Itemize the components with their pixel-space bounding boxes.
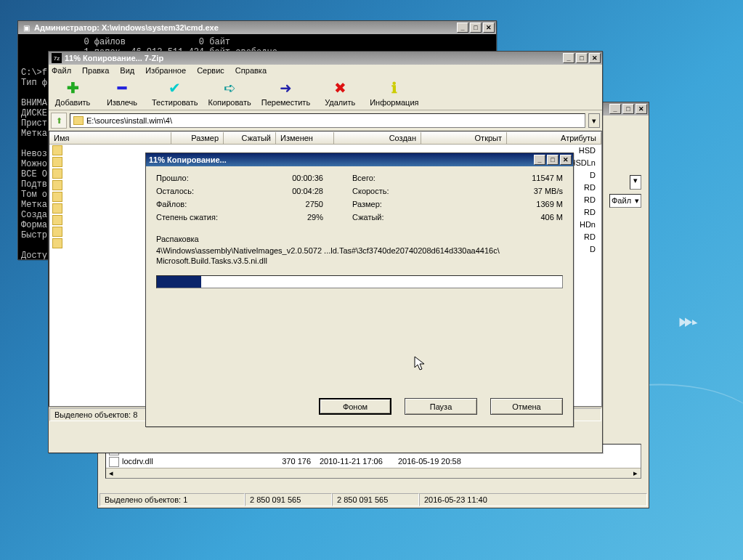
speed-value: 37 MB/s — [425, 187, 563, 195]
file-date2: 2016-05-19 20:58 — [398, 457, 485, 467]
extract-button[interactable]: ━Извлечь — [102, 79, 142, 107]
file-dropdown-label: Файл — [612, 196, 631, 206]
folder-icon — [52, 238, 62, 248]
menu-bar: Файл Правка Вид Избранное Сервис Справка — [49, 65, 602, 76]
extract-path-1: 4\Windows\assembly\NativeImages_v2.0.507… — [156, 246, 563, 255]
dropdown-arrow-icon[interactable]: ▾ — [630, 175, 641, 190]
7zip-title: 11% Копирование... 7-Zip — [65, 54, 563, 62]
bg-status-bar: Выделено объектов: 1 2 850 091 565 2 850… — [100, 493, 647, 506]
menu-favorites[interactable]: Избранное — [145, 66, 186, 75]
move-arrow-icon: ➜ — [261, 79, 310, 97]
status-selection: Выделено объектов: 1 — [100, 493, 245, 506]
pause-button[interactable]: Пауза — [405, 398, 477, 415]
elapsed-value: 00:00:36 — [243, 174, 323, 182]
remaining-value: 00:04:28 — [243, 187, 323, 195]
packed-label: Сжатый: — [352, 213, 425, 222]
file-dropdown[interactable]: Файл▾ — [609, 194, 641, 208]
menu-help[interactable]: Справка — [235, 66, 267, 75]
folder-icon — [52, 169, 62, 179]
file-size: 370 176 — [253, 457, 311, 467]
close-button[interactable]: ✕ — [589, 53, 601, 63]
move-button[interactable]: ➜Переместить — [261, 79, 310, 107]
minimize-button[interactable]: _ — [609, 104, 621, 114]
col-size[interactable]: Размер — [171, 132, 224, 145]
7zip-icon: 7z — [52, 53, 62, 63]
maximize-button[interactable]: □ — [470, 23, 482, 33]
maximize-button[interactable]: □ — [622, 104, 634, 114]
test-button[interactable]: ✔Тестировать — [152, 79, 198, 107]
progress-fill — [157, 276, 201, 288]
delete-button[interactable]: ✖Удалить — [320, 79, 360, 107]
file-row[interactable]: locdrv.dll 370 176 2010-11-21 17:06 2016… — [106, 456, 641, 468]
menu-service[interactable]: Сервис — [197, 66, 224, 75]
file-name: locdrv.dll — [122, 457, 253, 467]
col-opened[interactable]: Открыт — [421, 132, 507, 145]
folder-icon — [52, 192, 62, 202]
delete-icon: ✖ — [320, 79, 360, 97]
7zip-titlebar[interactable]: 7z 11% Копирование... 7-Zip _ □ ✕ — [49, 52, 602, 65]
size-value: 1369 M — [425, 200, 563, 208]
total-value: 11547 M — [425, 174, 563, 182]
menu-edit[interactable]: Правка — [82, 66, 109, 75]
speed-label: Скорость: — [352, 187, 425, 195]
files-value: 2750 — [243, 200, 323, 208]
col-name[interactable]: Имя — [49, 132, 171, 145]
files-label: Файлов: — [156, 200, 243, 208]
close-button[interactable]: ✕ — [636, 104, 647, 114]
status-size1: 2 850 091 565 — [245, 493, 332, 506]
add-button[interactable]: ✚Добавить — [53, 79, 92, 107]
file-date1: 2010-11-21 17:06 — [311, 457, 398, 467]
minus-icon: ━ — [102, 79, 142, 97]
progress-bar — [156, 275, 563, 288]
minimize-button[interactable]: _ — [457, 23, 468, 33]
close-button[interactable]: ✕ — [560, 155, 572, 165]
plus-icon: ✚ — [53, 79, 92, 97]
ratio-label: Степень сжатия: — [156, 213, 243, 222]
elapsed-label: Прошло: — [156, 174, 243, 182]
status-date: 2016-05-23 11:40 — [419, 493, 647, 506]
path-text: E:\sources\install.wim\4\ — [86, 116, 172, 125]
total-label: Всего: — [352, 174, 425, 182]
scrollbar[interactable]: ◂▸ — [106, 468, 641, 478]
folder-icon — [52, 157, 62, 167]
menu-file[interactable]: Файл — [52, 66, 71, 75]
info-button[interactable]: ℹИнформация — [370, 79, 418, 107]
copy-button[interactable]: ➪Копировать — [208, 79, 251, 107]
minimize-button[interactable]: _ — [563, 53, 574, 63]
cmd-title: Администратор: X:\windows\system32\cmd.e… — [34, 23, 457, 32]
close-button[interactable]: ✕ — [483, 23, 495, 33]
cmd-titlebar[interactable]: ▣ Администратор: X:\windows\system32\cmd… — [18, 21, 496, 34]
file-icon — [109, 457, 119, 467]
col-packed[interactable]: Сжатый — [224, 132, 276, 145]
cmd-icon: ▣ — [21, 23, 31, 33]
up-arrow-icon: ⬆ — [56, 116, 62, 126]
progress-title: 11% Копирование... — [149, 155, 534, 164]
folder-icon — [52, 215, 62, 225]
folder-icon — [52, 180, 62, 190]
folder-icon — [52, 203, 62, 214]
minimize-button[interactable]: _ — [534, 155, 545, 165]
extract-label: Распаковка — [156, 235, 563, 243]
up-button[interactable]: ⬆ — [51, 113, 67, 129]
col-modified[interactable]: Изменен — [276, 132, 334, 145]
packed-value: 406 M — [425, 213, 563, 222]
progress-dialog: 11% Копирование... _ □ ✕ Прошло: 00:00:3… — [145, 153, 574, 427]
check-icon: ✔ — [152, 79, 198, 97]
col-created[interactable]: Создан — [334, 132, 421, 145]
background-button[interactable]: Фоном — [319, 398, 391, 415]
maximize-button[interactable]: □ — [547, 155, 559, 165]
path-input[interactable]: E:\sources\install.wim\4\ — [70, 113, 585, 128]
list-header: Имя Размер Сжатый Изменен Создан Открыт … — [49, 131, 601, 145]
copy-arrow-icon: ➪ — [208, 79, 251, 97]
cancel-button[interactable]: Отмена — [490, 398, 563, 415]
ratio-value: 29% — [243, 213, 323, 222]
path-dropdown[interactable]: ▾ — [588, 113, 600, 128]
folder-icon — [73, 116, 84, 125]
progress-titlebar[interactable]: 11% Копирование... _ □ ✕ — [146, 153, 573, 166]
maximize-button[interactable]: □ — [576, 53, 588, 63]
address-bar: ⬆ E:\sources\install.wim\4\ ▾ — [49, 110, 602, 131]
menu-view[interactable]: Вид — [120, 66, 134, 75]
remaining-label: Осталось: — [156, 187, 243, 195]
extract-path-2: Microsoft.Build.Tasks.v3.5.ni.dll — [156, 256, 563, 265]
info-icon: ℹ — [370, 79, 418, 97]
